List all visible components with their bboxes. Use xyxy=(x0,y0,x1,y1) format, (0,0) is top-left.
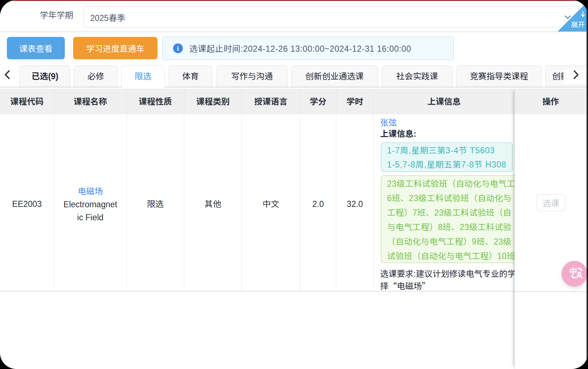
svg-text:A: A xyxy=(576,270,583,280)
